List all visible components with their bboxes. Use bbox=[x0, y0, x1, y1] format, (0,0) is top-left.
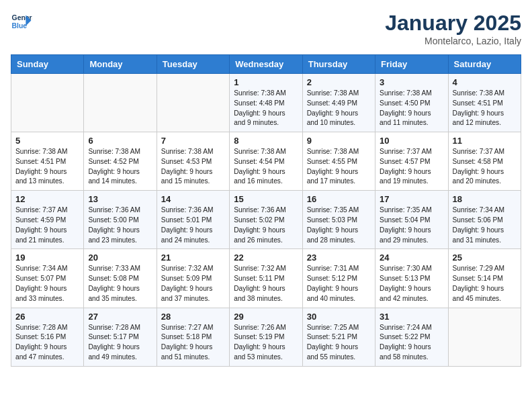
logo-icon: General Blue bbox=[11, 11, 32, 32]
calendar-cell: 20Sunrise: 7:33 AMSunset: 5:08 PMDayligh… bbox=[84, 249, 157, 308]
day-number: 6 bbox=[88, 136, 152, 146]
calendar-cell: 26Sunrise: 7:28 AMSunset: 5:16 PMDayligh… bbox=[11, 308, 84, 366]
calendar-cell: 19Sunrise: 7:34 AMSunset: 5:07 PMDayligh… bbox=[11, 249, 84, 308]
weekday-header-row: SundayMondayTuesdayWednesdayThursdayFrid… bbox=[11, 55, 521, 74]
calendar-cell: 15Sunrise: 7:36 AMSunset: 5:02 PMDayligh… bbox=[230, 191, 302, 249]
calendar-cell: 2Sunrise: 7:38 AMSunset: 4:49 PMDaylight… bbox=[302, 74, 375, 132]
day-number: 19 bbox=[15, 253, 79, 263]
calendar-week-1: 1Sunrise: 7:38 AMSunset: 4:48 PMDaylight… bbox=[11, 74, 521, 132]
day-number: 7 bbox=[161, 136, 225, 146]
day-info: Sunrise: 7:27 AMSunset: 5:18 PMDaylight:… bbox=[161, 323, 225, 363]
day-info: Sunrise: 7:30 AMSunset: 5:13 PMDaylight:… bbox=[380, 264, 443, 304]
day-info: Sunrise: 7:35 AMSunset: 5:03 PMDaylight:… bbox=[307, 205, 371, 245]
day-number: 23 bbox=[307, 253, 371, 263]
weekday-header-wednesday: Wednesday bbox=[230, 55, 302, 74]
day-info: Sunrise: 7:34 AMSunset: 5:06 PMDaylight:… bbox=[453, 205, 517, 245]
day-info: Sunrise: 7:38 AMSunset: 4:52 PMDaylight:… bbox=[88, 147, 152, 187]
calendar-cell: 22Sunrise: 7:32 AMSunset: 5:11 PMDayligh… bbox=[230, 249, 302, 308]
day-number: 16 bbox=[307, 194, 371, 204]
day-info: Sunrise: 7:29 AMSunset: 5:14 PMDaylight:… bbox=[453, 264, 517, 304]
calendar-cell: 3Sunrise: 7:38 AMSunset: 4:50 PMDaylight… bbox=[375, 74, 448, 132]
title-block: January 2025 Montelarco, Lazio, Italy bbox=[385, 11, 521, 46]
day-number: 21 bbox=[161, 253, 225, 263]
calendar-cell: 31Sunrise: 7:24 AMSunset: 5:22 PMDayligh… bbox=[375, 308, 448, 366]
day-number: 5 bbox=[15, 136, 79, 146]
day-info: Sunrise: 7:36 AMSunset: 5:00 PMDaylight:… bbox=[88, 205, 152, 245]
day-number: 18 bbox=[453, 194, 517, 204]
day-info: Sunrise: 7:28 AMSunset: 5:17 PMDaylight:… bbox=[88, 323, 152, 363]
calendar-cell: 11Sunrise: 7:37 AMSunset: 4:58 PMDayligh… bbox=[448, 132, 521, 191]
day-number: 22 bbox=[234, 253, 298, 263]
day-number: 3 bbox=[380, 77, 443, 87]
weekday-header-thursday: Thursday bbox=[302, 55, 375, 74]
day-number: 4 bbox=[453, 77, 517, 87]
calendar-cell: 10Sunrise: 7:37 AMSunset: 4:57 PMDayligh… bbox=[375, 132, 448, 191]
day-info: Sunrise: 7:33 AMSunset: 5:08 PMDaylight:… bbox=[88, 264, 152, 304]
calendar-cell: 28Sunrise: 7:27 AMSunset: 5:18 PMDayligh… bbox=[157, 308, 229, 366]
calendar-cell bbox=[157, 74, 229, 132]
day-number: 26 bbox=[15, 312, 79, 322]
calendar-cell: 6Sunrise: 7:38 AMSunset: 4:52 PMDaylight… bbox=[84, 132, 157, 191]
calendar-cell bbox=[11, 74, 84, 132]
calendar-cell: 23Sunrise: 7:31 AMSunset: 5:12 PMDayligh… bbox=[302, 249, 375, 308]
calendar-cell: 17Sunrise: 7:35 AMSunset: 5:04 PMDayligh… bbox=[375, 191, 448, 249]
calendar-cell: 13Sunrise: 7:36 AMSunset: 5:00 PMDayligh… bbox=[84, 191, 157, 249]
calendar-cell: 21Sunrise: 7:32 AMSunset: 5:09 PMDayligh… bbox=[157, 249, 229, 308]
calendar-cell: 5Sunrise: 7:38 AMSunset: 4:51 PMDaylight… bbox=[11, 132, 84, 191]
day-info: Sunrise: 7:25 AMSunset: 5:21 PMDaylight:… bbox=[307, 323, 371, 363]
day-number: 30 bbox=[307, 312, 371, 322]
day-number: 12 bbox=[15, 194, 79, 204]
calendar-cell: 16Sunrise: 7:35 AMSunset: 5:03 PMDayligh… bbox=[302, 191, 375, 249]
day-info: Sunrise: 7:26 AMSunset: 5:19 PMDaylight:… bbox=[234, 323, 298, 363]
day-number: 29 bbox=[234, 312, 298, 322]
calendar-cell: 18Sunrise: 7:34 AMSunset: 5:06 PMDayligh… bbox=[448, 191, 521, 249]
day-info: Sunrise: 7:38 AMSunset: 4:54 PMDaylight:… bbox=[234, 147, 298, 187]
calendar-cell: 27Sunrise: 7:28 AMSunset: 5:17 PMDayligh… bbox=[84, 308, 157, 366]
calendar-cell: 8Sunrise: 7:38 AMSunset: 4:54 PMDaylight… bbox=[230, 132, 302, 191]
weekday-header-sunday: Sunday bbox=[11, 55, 84, 74]
logo: General Blue bbox=[11, 11, 32, 32]
day-info: Sunrise: 7:38 AMSunset: 4:48 PMDaylight:… bbox=[234, 89, 298, 128]
location-subtitle: Montelarco, Lazio, Italy bbox=[385, 36, 521, 46]
day-info: Sunrise: 7:28 AMSunset: 5:16 PMDaylight:… bbox=[15, 323, 79, 363]
day-number: 2 bbox=[307, 77, 371, 87]
day-info: Sunrise: 7:34 AMSunset: 5:07 PMDaylight:… bbox=[15, 264, 79, 304]
page-header: General Blue January 2025 Montelarco, La… bbox=[11, 11, 521, 46]
day-number: 13 bbox=[88, 194, 152, 204]
calendar-cell: 7Sunrise: 7:38 AMSunset: 4:53 PMDaylight… bbox=[157, 132, 229, 191]
day-info: Sunrise: 7:37 AMSunset: 4:59 PMDaylight:… bbox=[15, 205, 79, 245]
day-info: Sunrise: 7:38 AMSunset: 4:49 PMDaylight:… bbox=[307, 89, 371, 128]
calendar-table: SundayMondayTuesdayWednesdayThursdayFrid… bbox=[11, 54, 521, 367]
day-info: Sunrise: 7:38 AMSunset: 4:55 PMDaylight:… bbox=[307, 147, 371, 187]
day-number: 1 bbox=[234, 77, 298, 87]
calendar-cell: 1Sunrise: 7:38 AMSunset: 4:48 PMDaylight… bbox=[230, 74, 302, 132]
day-number: 28 bbox=[161, 312, 225, 322]
day-number: 10 bbox=[380, 136, 443, 146]
day-info: Sunrise: 7:24 AMSunset: 5:22 PMDaylight:… bbox=[380, 323, 443, 363]
day-info: Sunrise: 7:35 AMSunset: 5:04 PMDaylight:… bbox=[380, 205, 443, 245]
day-info: Sunrise: 7:38 AMSunset: 4:51 PMDaylight:… bbox=[15, 147, 79, 187]
day-info: Sunrise: 7:32 AMSunset: 5:11 PMDaylight:… bbox=[234, 264, 298, 304]
calendar-cell: 12Sunrise: 7:37 AMSunset: 4:59 PMDayligh… bbox=[11, 191, 84, 249]
day-number: 27 bbox=[88, 312, 152, 322]
calendar-week-4: 19Sunrise: 7:34 AMSunset: 5:07 PMDayligh… bbox=[11, 249, 521, 308]
day-number: 15 bbox=[234, 194, 298, 204]
day-number: 31 bbox=[380, 312, 443, 322]
day-number: 20 bbox=[88, 253, 152, 263]
calendar-cell: 25Sunrise: 7:29 AMSunset: 5:14 PMDayligh… bbox=[448, 249, 521, 308]
weekday-header-friday: Friday bbox=[375, 55, 448, 74]
day-info: Sunrise: 7:31 AMSunset: 5:12 PMDaylight:… bbox=[307, 264, 371, 304]
day-number: 14 bbox=[161, 194, 225, 204]
weekday-header-saturday: Saturday bbox=[448, 55, 521, 74]
day-info: Sunrise: 7:36 AMSunset: 5:02 PMDaylight:… bbox=[234, 205, 298, 245]
calendar-cell: 29Sunrise: 7:26 AMSunset: 5:19 PMDayligh… bbox=[230, 308, 302, 366]
calendar-week-3: 12Sunrise: 7:37 AMSunset: 4:59 PMDayligh… bbox=[11, 191, 521, 249]
day-info: Sunrise: 7:32 AMSunset: 5:09 PMDaylight:… bbox=[161, 264, 225, 304]
calendar-week-2: 5Sunrise: 7:38 AMSunset: 4:51 PMDaylight… bbox=[11, 132, 521, 191]
day-info: Sunrise: 7:37 AMSunset: 4:58 PMDaylight:… bbox=[453, 147, 517, 187]
day-number: 25 bbox=[453, 253, 517, 263]
day-number: 11 bbox=[453, 136, 517, 146]
calendar-cell bbox=[448, 308, 521, 366]
calendar-cell: 4Sunrise: 7:38 AMSunset: 4:51 PMDaylight… bbox=[448, 74, 521, 132]
weekday-header-monday: Monday bbox=[84, 55, 157, 74]
